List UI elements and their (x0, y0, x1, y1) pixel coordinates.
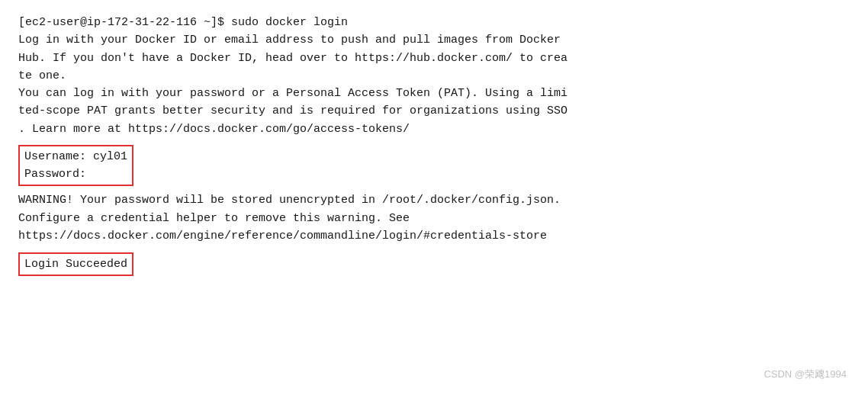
login-succeeded-box: Login Succeeded (18, 252, 133, 276)
command-line: [ec2-user@ip-172-31-22-116 ~]$ sudo dock… (18, 14, 850, 31)
pat-line-1: You can log in with your password or a P… (18, 85, 850, 102)
terminal-window: [ec2-user@ip-172-31-22-116 ~]$ sudo dock… (0, 0, 868, 395)
branding-text: CSDN @荣飕1994 (764, 368, 847, 381)
username-line: Username: cyl01 (24, 148, 127, 165)
login-succeeded-text: Login Succeeded (24, 258, 127, 271)
warning-line-2: Configure a credential helper to remove … (18, 210, 850, 227)
warning-section: WARNING! Your password will be stored un… (18, 191, 850, 245)
info-line-1: Log in with your Docker ID or email addr… (18, 31, 850, 49)
warning-line-3: https://docs.docker.com/engine/reference… (18, 227, 850, 245)
info-line-3: te one. (18, 67, 850, 85)
warning-line-1: WARNING! Your password will be stored un… (18, 191, 850, 209)
info-line-2: Hub. If you don't have a Docker ID, head… (18, 50, 850, 67)
pat-line-2: ted-scope PAT grants better security and… (18, 102, 850, 120)
password-line: Password: (24, 165, 127, 183)
credentials-box: Username: cyl01 Password: (18, 145, 133, 187)
pat-line-3: . Learn more at https://docs.docker.com/… (18, 120, 850, 138)
